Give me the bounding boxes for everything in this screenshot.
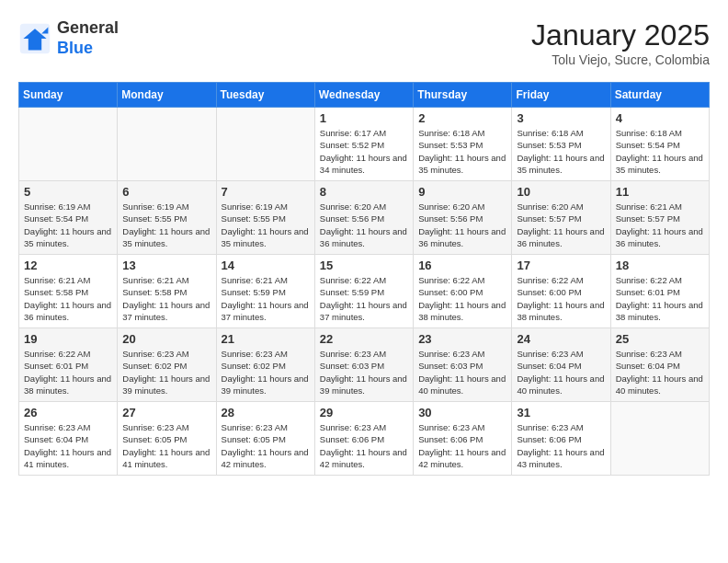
day-number: 28 xyxy=(222,406,310,419)
calendar-cell: 30Sunrise: 6:23 AMSunset: 6:06 PMDayligh… xyxy=(414,402,512,476)
calendar-cell xyxy=(216,108,314,181)
cell-info: Sunrise: 6:22 AMSunset: 6:00 PMDaylight:… xyxy=(418,274,506,323)
logo-text: General Blue xyxy=(57,18,119,58)
cell-info: Sunrise: 6:19 AMSunset: 5:55 PMDaylight:… xyxy=(222,201,310,249)
calendar-cell: 18Sunrise: 6:22 AMSunset: 6:01 PMDayligh… xyxy=(610,255,709,328)
logo-icon xyxy=(18,22,51,55)
week-row-4: 19Sunrise: 6:22 AMSunset: 6:01 PMDayligh… xyxy=(19,328,710,402)
calendar-cell: 21Sunrise: 6:23 AMSunset: 6:02 PMDayligh… xyxy=(216,328,314,402)
calendar-cell: 11Sunrise: 6:21 AMSunset: 5:57 PMDayligh… xyxy=(610,181,709,255)
calendar-cell: 28Sunrise: 6:23 AMSunset: 6:05 PMDayligh… xyxy=(216,402,314,476)
cell-info: Sunrise: 6:18 AMSunset: 5:54 PMDaylight:… xyxy=(616,127,704,176)
cell-info: Sunrise: 6:21 AMSunset: 5:58 PMDaylight:… xyxy=(122,274,210,323)
calendar-cell: 12Sunrise: 6:21 AMSunset: 5:58 PMDayligh… xyxy=(19,255,118,328)
calendar-cell: 23Sunrise: 6:23 AMSunset: 6:03 PMDayligh… xyxy=(414,328,512,402)
cell-info: Sunrise: 6:22 AMSunset: 5:59 PMDaylight:… xyxy=(320,274,408,323)
calendar-cell: 1Sunrise: 6:17 AMSunset: 5:52 PMDaylight… xyxy=(314,108,413,181)
day-number: 27 xyxy=(122,406,210,419)
day-header-thursday: Thursday xyxy=(414,83,512,108)
cell-info: Sunrise: 6:22 AMSunset: 6:01 PMDaylight:… xyxy=(24,348,112,396)
cell-info: Sunrise: 6:17 AMSunset: 5:52 PMDaylight:… xyxy=(320,127,408,176)
day-number: 16 xyxy=(418,259,506,272)
cell-info: Sunrise: 6:21 AMSunset: 5:58 PMDaylight:… xyxy=(24,274,112,323)
day-number: 11 xyxy=(616,185,704,199)
calendar-cell: 20Sunrise: 6:23 AMSunset: 6:02 PMDayligh… xyxy=(118,328,216,402)
cell-info: Sunrise: 6:23 AMSunset: 6:02 PMDaylight:… xyxy=(122,348,210,396)
month-title: January 2025 xyxy=(531,18,710,52)
calendar-cell: 24Sunrise: 6:23 AMSunset: 6:04 PMDayligh… xyxy=(512,328,610,402)
day-number: 5 xyxy=(24,185,112,199)
cell-info: Sunrise: 6:22 AMSunset: 6:00 PMDaylight:… xyxy=(517,274,605,323)
day-number: 26 xyxy=(24,406,112,419)
day-number: 22 xyxy=(320,332,408,346)
cell-info: Sunrise: 6:18 AMSunset: 5:53 PMDaylight:… xyxy=(418,127,506,176)
calendar-cell xyxy=(19,108,118,181)
day-header-saturday: Saturday xyxy=(610,83,709,108)
day-number: 14 xyxy=(222,259,310,272)
calendar-table: SundayMondayTuesdayWednesdayThursdayFrid… xyxy=(18,82,710,476)
cell-info: Sunrise: 6:21 AMSunset: 5:57 PMDaylight:… xyxy=(616,201,704,249)
header-row: SundayMondayTuesdayWednesdayThursdayFrid… xyxy=(19,83,710,108)
day-header-sunday: Sunday xyxy=(19,83,118,108)
day-number: 19 xyxy=(24,332,112,346)
day-number: 7 xyxy=(222,185,310,199)
cell-info: Sunrise: 6:23 AMSunset: 6:03 PMDaylight:… xyxy=(418,348,506,396)
cell-info: Sunrise: 6:23 AMSunset: 6:06 PMDaylight:… xyxy=(517,421,605,470)
cell-info: Sunrise: 6:20 AMSunset: 5:56 PMDaylight:… xyxy=(320,201,408,249)
calendar-cell: 8Sunrise: 6:20 AMSunset: 5:56 PMDaylight… xyxy=(314,181,413,255)
day-number: 9 xyxy=(418,185,506,199)
day-number: 20 xyxy=(122,332,210,346)
calendar-cell: 25Sunrise: 6:23 AMSunset: 6:04 PMDayligh… xyxy=(610,328,709,402)
cell-info: Sunrise: 6:21 AMSunset: 5:59 PMDaylight:… xyxy=(222,274,310,323)
cell-info: Sunrise: 6:23 AMSunset: 6:06 PMDaylight:… xyxy=(320,421,408,470)
cell-info: Sunrise: 6:20 AMSunset: 5:56 PMDaylight:… xyxy=(418,201,506,249)
cell-info: Sunrise: 6:19 AMSunset: 5:55 PMDaylight:… xyxy=(122,201,210,249)
calendar-cell: 2Sunrise: 6:18 AMSunset: 5:53 PMDaylight… xyxy=(414,108,512,181)
day-number: 17 xyxy=(517,259,605,272)
day-header-tuesday: Tuesday xyxy=(216,83,314,108)
day-number: 23 xyxy=(418,332,506,346)
cell-info: Sunrise: 6:23 AMSunset: 6:06 PMDaylight:… xyxy=(418,421,506,470)
calendar-cell: 14Sunrise: 6:21 AMSunset: 5:59 PMDayligh… xyxy=(216,255,314,328)
day-number: 12 xyxy=(24,259,112,272)
cell-info: Sunrise: 6:18 AMSunset: 5:53 PMDaylight:… xyxy=(517,127,605,176)
day-number: 29 xyxy=(320,406,408,419)
title-block: January 2025 Tolu Viejo, Sucre, Colombia xyxy=(531,18,710,67)
week-row-3: 12Sunrise: 6:21 AMSunset: 5:58 PMDayligh… xyxy=(19,255,710,328)
day-number: 1 xyxy=(320,111,408,125)
day-number: 3 xyxy=(517,111,605,125)
cell-info: Sunrise: 6:20 AMSunset: 5:57 PMDaylight:… xyxy=(517,201,605,249)
day-number: 25 xyxy=(616,332,704,346)
calendar-cell: 27Sunrise: 6:23 AMSunset: 6:05 PMDayligh… xyxy=(118,402,216,476)
day-number: 10 xyxy=(517,185,605,199)
calendar-cell: 17Sunrise: 6:22 AMSunset: 6:00 PMDayligh… xyxy=(512,255,610,328)
calendar-cell: 4Sunrise: 6:18 AMSunset: 5:54 PMDaylight… xyxy=(610,108,709,181)
cell-info: Sunrise: 6:23 AMSunset: 6:04 PMDaylight:… xyxy=(616,348,704,396)
cell-info: Sunrise: 6:23 AMSunset: 6:05 PMDaylight:… xyxy=(122,421,210,470)
day-number: 8 xyxy=(320,185,408,199)
day-number: 31 xyxy=(517,406,605,419)
day-number: 13 xyxy=(122,259,210,272)
calendar-cell: 10Sunrise: 6:20 AMSunset: 5:57 PMDayligh… xyxy=(512,181,610,255)
calendar-cell: 15Sunrise: 6:22 AMSunset: 5:59 PMDayligh… xyxy=(314,255,413,328)
week-row-2: 5Sunrise: 6:19 AMSunset: 5:54 PMDaylight… xyxy=(19,181,710,255)
day-number: 21 xyxy=(222,332,310,346)
day-number: 4 xyxy=(616,111,704,125)
calendar-cell: 5Sunrise: 6:19 AMSunset: 5:54 PMDaylight… xyxy=(19,181,118,255)
calendar-cell: 31Sunrise: 6:23 AMSunset: 6:06 PMDayligh… xyxy=(512,402,610,476)
day-number: 2 xyxy=(418,111,506,125)
cell-info: Sunrise: 6:23 AMSunset: 6:05 PMDaylight:… xyxy=(222,421,310,470)
calendar-cell xyxy=(610,402,709,476)
cell-info: Sunrise: 6:23 AMSunset: 6:02 PMDaylight:… xyxy=(222,348,310,396)
page-header: General Blue January 2025 Tolu Viejo, Su… xyxy=(18,18,710,67)
logo: General Blue xyxy=(18,18,119,58)
cell-info: Sunrise: 6:23 AMSunset: 6:04 PMDaylight:… xyxy=(24,421,112,470)
cell-info: Sunrise: 6:23 AMSunset: 6:04 PMDaylight:… xyxy=(517,348,605,396)
calendar-cell: 3Sunrise: 6:18 AMSunset: 5:53 PMDaylight… xyxy=(512,108,610,181)
week-row-5: 26Sunrise: 6:23 AMSunset: 6:04 PMDayligh… xyxy=(19,402,710,476)
calendar-cell: 6Sunrise: 6:19 AMSunset: 5:55 PMDaylight… xyxy=(118,181,216,255)
day-number: 15 xyxy=(320,259,408,272)
location-subtitle: Tolu Viejo, Sucre, Colombia xyxy=(531,52,710,67)
day-number: 6 xyxy=(122,185,210,199)
cell-info: Sunrise: 6:22 AMSunset: 6:01 PMDaylight:… xyxy=(616,274,704,323)
